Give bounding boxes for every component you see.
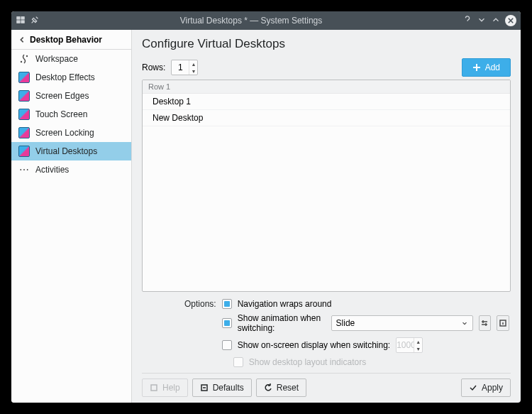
anim-settings-button[interactable] bbox=[479, 315, 492, 331]
chevron-left-icon bbox=[18, 36, 26, 43]
anim-info-button[interactable] bbox=[497, 315, 509, 331]
svg-rect-3 bbox=[21, 20, 24, 23]
chevron-down-icon bbox=[461, 320, 468, 327]
svg-point-4 bbox=[26, 55, 28, 57]
defaults-button[interactable]: Defaults bbox=[192, 378, 252, 397]
touch-screen-icon bbox=[18, 109, 30, 120]
show-layout-label: Show desktop layout indicators bbox=[249, 357, 366, 367]
svg-rect-0 bbox=[17, 16, 20, 19]
spin-down-icon: ▼ bbox=[414, 345, 422, 352]
screen-edges-icon bbox=[18, 90, 30, 102]
maximize-icon[interactable] bbox=[491, 15, 501, 27]
spin-up-icon[interactable]: ▲ bbox=[189, 60, 197, 67]
show-layout-checkbox bbox=[233, 357, 243, 367]
close-icon[interactable] bbox=[505, 15, 516, 26]
spin-up-icon: ▲ bbox=[414, 338, 422, 345]
options-grid: Options: Navigation wraps around Show an… bbox=[142, 299, 511, 367]
check-icon bbox=[469, 383, 477, 392]
sidebar-item-touch-screen[interactable]: Touch Screen bbox=[11, 105, 131, 124]
show-osd-label: Show on-screen display when switching: bbox=[238, 340, 390, 350]
titlebar: Virtual Desktops * — System Settings bbox=[11, 11, 521, 30]
app-menu-icon[interactable] bbox=[16, 15, 26, 27]
rows-input[interactable] bbox=[172, 61, 189, 74]
show-anim-checkbox[interactable] bbox=[222, 318, 232, 328]
pin-icon[interactable] bbox=[30, 15, 40, 27]
nav-wraps-checkbox[interactable] bbox=[222, 299, 232, 309]
options-label: Options: bbox=[184, 299, 216, 309]
help-icon[interactable] bbox=[462, 15, 472, 27]
virtual-desktops-icon bbox=[18, 146, 30, 157]
osd-duration-input bbox=[397, 339, 414, 352]
help-icon bbox=[150, 383, 158, 392]
sidebar-item-workspace[interactable]: Workspace bbox=[11, 50, 131, 68]
svg-rect-7 bbox=[151, 385, 157, 391]
sidebar-nav: Workspace Desktop Effects Screen Edges T… bbox=[11, 50, 131, 179]
reset-button[interactable]: Reset bbox=[256, 378, 306, 397]
svg-rect-1 bbox=[21, 16, 24, 19]
rows-label: Rows: bbox=[142, 62, 165, 72]
activities-icon: ⋯ bbox=[18, 164, 30, 175]
list-item[interactable]: New Desktop bbox=[143, 110, 510, 126]
sidebar-item-screen-edges[interactable]: Screen Edges bbox=[11, 87, 131, 105]
window-title: Virtual Desktops * — System Settings bbox=[40, 16, 462, 26]
sidebar-item-activities[interactable]: ⋯ Activities bbox=[11, 160, 131, 179]
show-osd-checkbox[interactable] bbox=[222, 340, 232, 350]
apply-button[interactable]: Apply bbox=[461, 378, 511, 397]
defaults-icon bbox=[200, 383, 209, 392]
help-button[interactable]: Help bbox=[142, 378, 188, 397]
content-pane: Configure Virtual Desktops Rows: ▲▼ Add … bbox=[132, 30, 521, 403]
screen-locking-icon bbox=[18, 127, 30, 138]
breadcrumb[interactable]: Desktop Behavior bbox=[11, 30, 131, 50]
spin-down-icon[interactable]: ▼ bbox=[189, 67, 197, 75]
reset-icon bbox=[264, 383, 272, 392]
nav-wraps-label: Navigation wraps around bbox=[238, 299, 332, 309]
desktop-list: Row 1 Desktop 1 New Desktop bbox=[142, 80, 511, 292]
plus-icon bbox=[472, 63, 481, 72]
anim-combobox[interactable]: Slide bbox=[331, 315, 473, 331]
sliders-icon bbox=[480, 319, 489, 327]
desktop-effects-icon bbox=[18, 72, 30, 83]
rows-spinbox[interactable]: ▲▼ bbox=[171, 60, 198, 75]
workspace-icon bbox=[18, 53, 30, 65]
svg-point-5 bbox=[21, 61, 22, 62]
page-title: Configure Virtual Desktops bbox=[142, 37, 511, 51]
sidebar-item-virtual-desktops[interactable]: Virtual Desktops bbox=[11, 142, 131, 160]
info-icon bbox=[499, 319, 507, 327]
osd-duration-spinbox: ▲▼ bbox=[396, 337, 423, 353]
sidebar-item-desktop-effects[interactable]: Desktop Effects bbox=[11, 68, 131, 87]
list-item[interactable]: Desktop 1 bbox=[143, 94, 510, 110]
sidebar: Desktop Behavior Workspace Desktop Effec… bbox=[11, 30, 132, 403]
svg-rect-2 bbox=[17, 20, 20, 23]
sidebar-item-screen-locking[interactable]: Screen Locking bbox=[11, 124, 131, 142]
list-group-header: Row 1 bbox=[143, 80, 510, 94]
minimize-icon[interactable] bbox=[477, 15, 487, 27]
show-anim-label: Show animation when switching: bbox=[238, 313, 326, 333]
add-button[interactable]: Add bbox=[462, 58, 511, 77]
button-bar: Help Defaults Reset Apply bbox=[142, 373, 511, 397]
